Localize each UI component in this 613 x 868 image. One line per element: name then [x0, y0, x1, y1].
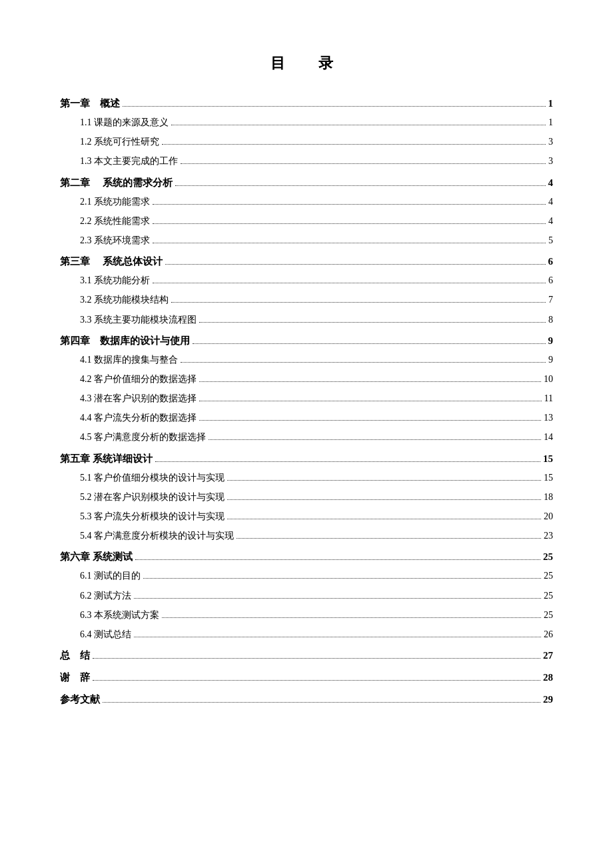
toc-item: 3.1 系统功能分析 6	[60, 272, 553, 289]
toc-item-page: 4	[548, 193, 553, 210]
toc-item: 5.4 客户满意度分析模块的设计与实现 23	[60, 527, 553, 544]
toc-item-label: 5.3 客户流失分析模块的设计与实现	[80, 508, 225, 525]
toc-item-label: 第三章 系统总体设计	[60, 253, 163, 271]
toc-item-page: 4	[548, 213, 553, 229]
toc-item-page: 10	[544, 371, 553, 387]
toc-item-dots	[175, 185, 546, 186]
toc-item-label: 5.2 潜在客户识别模块的设计与实现	[80, 489, 225, 505]
toc-item-page: 28	[543, 669, 553, 687]
toc-item-dots	[193, 343, 546, 344]
toc-item-dots	[153, 283, 546, 283]
toc-item: 2.2 系统性能需求 4	[60, 213, 553, 229]
toc-item-label: 4.3 潜在客户识别的数据选择	[80, 390, 197, 407]
toc-item: 4.2 客户价值细分的数据选择 10	[60, 371, 553, 387]
toc-item: 5.2 潜在客户识别模块的设计与实现 18	[60, 489, 553, 505]
toc-item-dots	[227, 480, 541, 481]
toc-item-label: 第五章 系统详细设计	[60, 450, 153, 468]
toc-item: 谢 辞28	[60, 669, 553, 687]
toc-item-dots	[171, 302, 546, 303]
toc-item-label: 4.1 数据库的搜集与整合	[80, 351, 178, 368]
toc-item-page: 9	[548, 351, 553, 368]
toc-item-dots	[227, 499, 541, 500]
toc-item-dots	[199, 322, 546, 323]
toc-item-label: 2.2 系统性能需求	[80, 213, 150, 229]
toc-item: 4.3 潜在客户识别的数据选择 11	[60, 390, 553, 407]
toc-item-page: 25	[544, 607, 553, 623]
toc-item-label: 6.1 测试的目的	[80, 567, 141, 584]
toc-item: 4.4 客户流失分析的数据选择 13	[60, 409, 553, 426]
toc-item-dots	[93, 658, 540, 659]
toc-item-page: 1	[548, 95, 554, 113]
toc-item-dots	[199, 420, 541, 421]
toc-item-page: 25	[544, 587, 553, 604]
toc-item: 1.2 系统可行性研究 3	[60, 133, 553, 150]
toc-item-page: 13	[544, 409, 553, 426]
toc-item-label: 6.4 测试总结	[80, 626, 131, 643]
toc-item-page: 4	[548, 174, 554, 192]
toc-item-page: 27	[543, 647, 553, 665]
toc-item-page: 23	[544, 527, 553, 544]
toc-item: 3.3 系统主要功能模块流程图 8	[60, 311, 553, 328]
toc-item-dots	[135, 559, 540, 560]
toc-item-label: 4.4 客户流失分析的数据选择	[80, 409, 197, 426]
toc-item-page: 25	[543, 548, 553, 566]
toc-item: 6.4 测试总结 26	[60, 626, 553, 643]
toc-item-page: 18	[544, 489, 553, 505]
toc-item-label: 1.3 本文主要完成的工作	[80, 153, 178, 169]
toc-item-label: 3.3 系统主要功能模块流程图	[80, 311, 197, 328]
toc-item-page: 7	[548, 291, 553, 308]
toc-item-page: 3	[548, 153, 553, 169]
toc-item-label: 第一章 概述	[60, 95, 120, 113]
toc-item: 2.1 系统功能需求 4	[60, 193, 553, 210]
toc-item-dots	[134, 598, 541, 599]
toc-item-page: 9	[548, 332, 554, 350]
toc-item-dots	[162, 617, 541, 618]
toc-item: 总 结27	[60, 647, 553, 665]
toc-item: 2.3 系统环境需求 5	[60, 232, 553, 249]
toc-container: 第一章 概述11.1 课题的来源及意义 11.2 系统可行性研究 31.3 本文…	[60, 95, 553, 709]
toc-item-dots	[199, 381, 541, 382]
toc-item: 6.3 本系统测试方案 25	[60, 607, 553, 623]
toc-item: 4.1 数据库的搜集与整合 9	[60, 351, 553, 368]
toc-item-dots	[237, 538, 541, 539]
toc-item-dots	[171, 125, 546, 125]
toc-item-label: 3.1 系统功能分析	[80, 272, 150, 289]
toc-item-page: 11	[544, 390, 553, 407]
toc-item-page: 8	[548, 311, 553, 328]
toc-item: 6.2 测试方法 25	[60, 587, 553, 604]
toc-item-page: 15	[544, 469, 553, 486]
toc-item-page: 29	[543, 691, 553, 709]
toc-item-label: 2.1 系统功能需求	[80, 193, 150, 210]
toc-item-dots	[162, 144, 546, 145]
toc-item-label: 3.2 系统功能模块结构	[80, 291, 169, 308]
toc-item: 第六章 系统测试25	[60, 548, 553, 566]
toc-item-page: 14	[544, 429, 553, 445]
toc-item-label: 1.2 系统可行性研究	[80, 133, 159, 150]
toc-item-dots	[153, 204, 546, 205]
toc-item-page: 15	[543, 450, 553, 468]
toc-item-label: 2.3 系统环境需求	[80, 232, 150, 249]
toc-item-label: 4.2 客户价值细分的数据选择	[80, 371, 197, 387]
toc-item-label: 第四章 数据库的设计与使用	[60, 332, 190, 350]
toc-item: 参考文献29	[60, 691, 553, 709]
toc-item-page: 25	[544, 567, 553, 584]
toc-item-label: 6.3 本系统测试方案	[80, 607, 159, 623]
toc-item-page: 6	[548, 272, 553, 289]
toc-item-dots	[143, 578, 541, 579]
toc-item-page: 1	[548, 114, 553, 131]
toc-item-dots	[153, 223, 546, 224]
toc-item-dots	[153, 243, 546, 243]
toc-item-dots	[103, 702, 540, 703]
toc-item-label: 第六章 系统测试	[60, 548, 133, 566]
toc-item-label: 谢 辞	[60, 669, 90, 687]
toc-item-dots	[209, 439, 541, 440]
toc-item-dots	[165, 264, 546, 265]
toc-item: 第五章 系统详细设计15	[60, 450, 553, 468]
toc-item-label: 1.1 课题的来源及意义	[80, 114, 169, 131]
toc-item-dots	[123, 106, 546, 107]
toc-item-dots	[199, 401, 542, 401]
toc-item: 第三章 系统总体设计6	[60, 253, 553, 271]
toc-item-label: 5.1 客户价值细分模块的设计与实现	[80, 469, 225, 486]
toc-item: 第四章 数据库的设计与使用9	[60, 332, 553, 350]
toc-item-label: 第二章 系统的需求分析	[60, 174, 173, 192]
